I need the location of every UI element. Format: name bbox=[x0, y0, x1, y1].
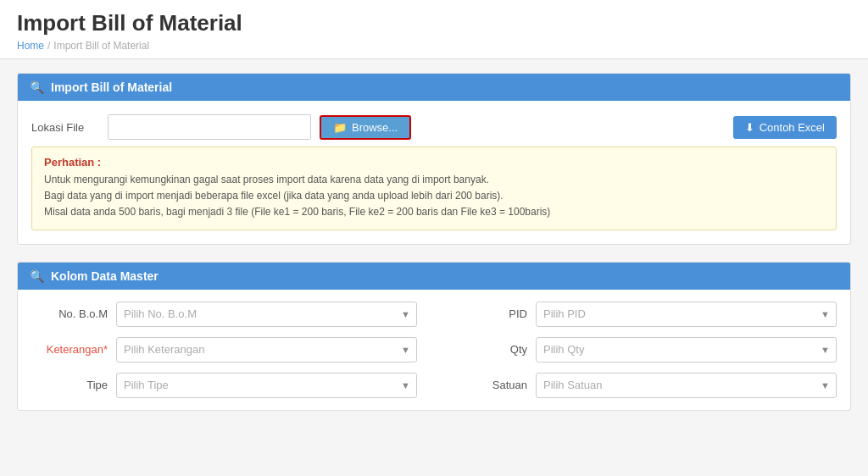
search-icon-2: 🔍 bbox=[30, 269, 44, 283]
label-pid: PID bbox=[451, 307, 527, 320]
form-row-satuan: Satuan Pilih Satuan ▼ bbox=[451, 373, 837, 398]
select-qty-wrapper: Pilih Qty ▼ bbox=[536, 337, 837, 363]
select-tipe-wrapper: Pilih Tipe ▼ bbox=[116, 373, 417, 398]
select-keterangan-wrapper: Pilih Keterangan ▼ bbox=[116, 337, 417, 363]
page-title: Import Bill of Material bbox=[17, 10, 851, 36]
select-pid[interactable]: Pilih PID bbox=[536, 302, 837, 327]
contoh-label: Contoh Excel bbox=[760, 121, 825, 134]
select-satuan-wrapper: Pilih Satuan ▼ bbox=[536, 373, 837, 398]
form-row-pid: PID Pilih PID ▼ bbox=[451, 302, 837, 327]
notice-box: Perhatian : Untuk mengurangi kemungkinan… bbox=[31, 147, 837, 230]
notice-line-1: Untuk mengurangi kemungkinan gagal saat … bbox=[44, 172, 824, 188]
file-controls-left: Lokasi File 📁 Browse... bbox=[31, 114, 411, 140]
file-label: Lokasi File bbox=[31, 121, 99, 134]
form-row-qty: Qty Pilih Qty ▼ bbox=[451, 337, 837, 363]
label-keterangan: Keterangan* bbox=[31, 343, 108, 356]
page-header: Import Bill of Material Home / Import Bi… bbox=[0, 0, 868, 59]
breadcrumb-separator: / bbox=[47, 40, 50, 52]
browse-button[interactable]: 📁 Browse... bbox=[320, 115, 411, 140]
contoh-excel-button[interactable]: ⬇ Contoh Excel bbox=[733, 116, 837, 139]
download-icon: ⬇ bbox=[745, 121, 754, 134]
kolom-form-grid: No. B.o.M Pilih No. B.o.M ▼ Keterangan* … bbox=[18, 290, 850, 410]
notice-line-2: Bagi data yang di import menjadi beberap… bbox=[44, 188, 824, 204]
kolom-card: 🔍 Kolom Data Master No. B.o.M Pilih No. … bbox=[17, 262, 851, 411]
kolom-card-title: Kolom Data Master bbox=[51, 269, 159, 283]
label-bom: No. B.o.M bbox=[31, 307, 108, 320]
label-satuan: Satuan bbox=[451, 379, 527, 391]
file-input-display bbox=[108, 114, 311, 140]
select-tipe[interactable]: Pilih Tipe bbox=[116, 373, 417, 398]
file-controls: Lokasi File 📁 Browse... ⬇ Contoh Excel bbox=[31, 114, 837, 140]
select-pid-wrapper: Pilih PID ▼ bbox=[536, 302, 837, 327]
notice-line-3: Misal data anda 500 baris, bagi menjadi … bbox=[44, 204, 824, 220]
import-card-header: 🔍 Import Bill of Material bbox=[18, 74, 850, 101]
select-bom-wrapper: Pilih No. B.o.M ▼ bbox=[116, 302, 417, 327]
import-card-body: Lokasi File 📁 Browse... ⬇ Contoh Excel P… bbox=[18, 101, 850, 244]
label-qty: Qty bbox=[451, 343, 527, 356]
kolom-card-header: 🔍 Kolom Data Master bbox=[18, 263, 850, 290]
select-keterangan[interactable]: Pilih Keterangan bbox=[116, 337, 417, 363]
form-row-tipe: Tipe Pilih Tipe ▼ bbox=[31, 373, 417, 398]
form-row-bom: No. B.o.M Pilih No. B.o.M ▼ bbox=[31, 302, 417, 327]
form-left-col: No. B.o.M Pilih No. B.o.M ▼ Keterangan* … bbox=[31, 302, 417, 398]
select-satuan[interactable]: Pilih Satuan bbox=[536, 373, 837, 398]
breadcrumb: Home / Import Bill of Material bbox=[17, 40, 851, 52]
label-tipe: Tipe bbox=[31, 379, 108, 391]
import-card: 🔍 Import Bill of Material Lokasi File 📁 … bbox=[17, 73, 851, 245]
notice-text: Untuk mengurangi kemungkinan gagal saat … bbox=[44, 172, 824, 221]
select-bom[interactable]: Pilih No. B.o.M bbox=[116, 302, 417, 327]
import-card-title: Import Bill of Material bbox=[51, 80, 172, 94]
search-icon: 🔍 bbox=[30, 80, 44, 94]
form-right-col: PID Pilih PID ▼ Qty Pilih Qty ▼ bbox=[451, 302, 837, 398]
breadcrumb-home[interactable]: Home bbox=[17, 40, 44, 52]
notice-title: Perhatian : bbox=[44, 156, 824, 169]
page-content: 🔍 Import Bill of Material Lokasi File 📁 … bbox=[0, 59, 868, 424]
browse-label: Browse... bbox=[352, 121, 398, 134]
select-qty[interactable]: Pilih Qty bbox=[536, 337, 837, 363]
form-row-keterangan: Keterangan* Pilih Keterangan ▼ bbox=[31, 337, 417, 363]
breadcrumb-current: Import Bill of Material bbox=[53, 40, 149, 52]
folder-icon: 📁 bbox=[333, 121, 347, 134]
